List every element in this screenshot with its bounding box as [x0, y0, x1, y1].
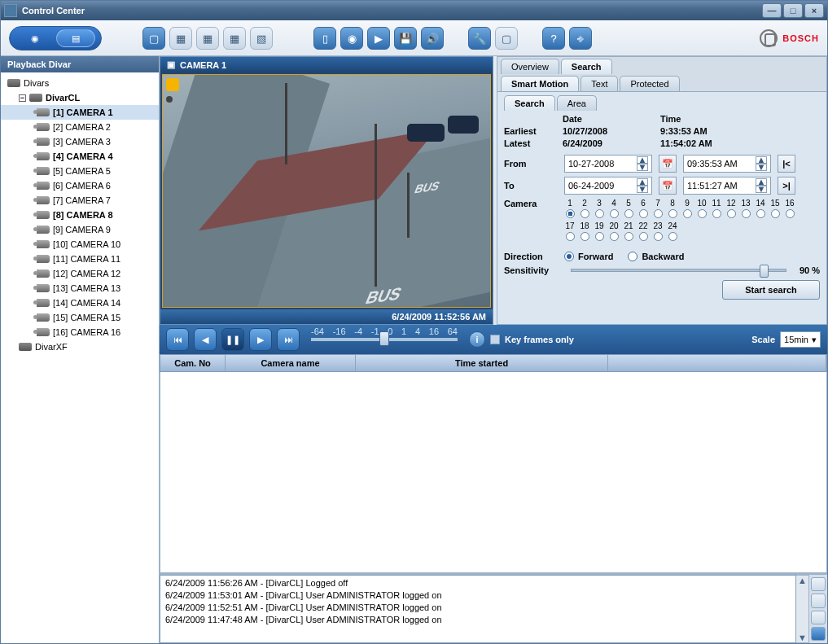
from-date-input[interactable]: 10-27-2008 ▲▼ — [564, 155, 652, 173]
tree-camera-item[interactable]: [12] CAMERA 12 — [1, 266, 159, 281]
scale-select[interactable]: 15min ▾ — [780, 331, 821, 348]
layout-2x2-button[interactable]: ▦ — [169, 27, 192, 50]
tree-device-divarxf[interactable]: DivarXF — [1, 340, 159, 354]
camera-radio[interactable] — [624, 232, 633, 241]
tree-device-divarcl[interactable]: − DivarCL — [1, 90, 159, 105]
settings-button[interactable]: 🔧 — [468, 27, 491, 50]
log-scrollbar[interactable]: ▲▼ — [796, 575, 809, 643]
tab-protected[interactable]: Protected — [620, 76, 679, 91]
tree-camera-item[interactable]: [9] CAMERA 9 — [1, 222, 159, 237]
tab-smart-motion[interactable]: Smart Motion — [501, 76, 579, 91]
log-filter-motion-button[interactable] — [811, 594, 826, 607]
col-cam-no[interactable]: Cam. No — [160, 355, 226, 371]
tree-camera-item[interactable]: [15] CAMERA 15 — [1, 310, 159, 325]
tab-text[interactable]: Text — [580, 76, 618, 91]
camera-radio[interactable] — [654, 232, 663, 241]
tree-camera-item[interactable]: [16] CAMERA 16 — [1, 325, 159, 340]
tree-camera-item[interactable]: [8] CAMERA 8 — [1, 208, 159, 222]
playback-mode-icon[interactable]: ▤ — [56, 29, 95, 47]
camera-radio[interactable] — [698, 209, 707, 218]
tab-search[interactable]: Search — [561, 59, 612, 74]
help-button[interactable]: ? — [542, 27, 565, 50]
subtab-area[interactable]: Area — [557, 95, 597, 111]
from-calendar-button[interactable]: 📅 — [659, 155, 677, 173]
camera-radio[interactable] — [639, 232, 648, 241]
camera-radio[interactable] — [771, 209, 780, 218]
camera-radio[interactable] — [595, 209, 604, 218]
tree-camera-item[interactable]: [1] CAMERA 1 — [1, 105, 159, 120]
tree-root[interactable]: Divars — [1, 76, 159, 90]
monitor-button[interactable]: ▢ — [495, 27, 518, 50]
camera-radio[interactable] — [756, 209, 765, 218]
camera-radio[interactable] — [712, 209, 721, 218]
results-table-body[interactable] — [160, 372, 827, 573]
pause-button[interactable]: ❚❚ — [221, 328, 244, 351]
tree-camera-item[interactable]: [3] CAMERA 3 — [1, 134, 159, 149]
to-calendar-button[interactable]: 📅 — [659, 177, 677, 195]
camera-radio[interactable] — [610, 232, 619, 241]
minimize-button[interactable]: — — [762, 3, 782, 18]
play-export-button[interactable]: ▶ — [367, 27, 390, 50]
camera-radio[interactable] — [786, 209, 795, 218]
tree-camera-item[interactable]: [6] CAMERA 6 — [1, 178, 159, 193]
camera-radio[interactable] — [566, 209, 575, 218]
camera-radio[interactable] — [580, 209, 589, 218]
layout-multi-button[interactable]: ▧ — [250, 27, 273, 50]
snapshot-button[interactable]: ◉ — [340, 27, 363, 50]
camera-radio[interactable] — [566, 232, 575, 241]
tree-camera-item[interactable]: [7] CAMERA 7 — [1, 193, 159, 208]
tree-camera-item[interactable]: [13] CAMERA 13 — [1, 281, 159, 296]
step-forward-button[interactable]: ⏭ — [277, 328, 300, 351]
layout-3x3-button[interactable]: ▦ — [196, 27, 219, 50]
log-filter-system-button[interactable] — [811, 627, 826, 641]
keyframes-checkbox[interactable] — [490, 335, 500, 344]
camera-radio[interactable] — [742, 209, 751, 218]
step-back-button[interactable]: ⏮ — [166, 328, 189, 351]
tree-camera-item[interactable]: [5] CAMERA 5 — [1, 164, 159, 178]
camera-radio[interactable] — [624, 209, 633, 218]
audio-button[interactable]: 🔊 — [421, 27, 444, 50]
expand-icon[interactable]: ▣ — [167, 59, 175, 70]
close-button[interactable]: × — [804, 3, 824, 18]
camera-radio[interactable] — [683, 209, 692, 218]
camera-radio[interactable] — [595, 232, 604, 241]
tab-overview[interactable]: Overview — [501, 59, 559, 74]
to-date-input[interactable]: 06-24-2009 ▲▼ — [564, 177, 652, 195]
camera-radio[interactable] — [654, 209, 663, 218]
save-button[interactable]: 💾 — [394, 27, 417, 50]
tree-camera-item[interactable]: [14] CAMERA 14 — [1, 296, 159, 310]
from-go-button[interactable]: |< — [778, 155, 795, 173]
subtab-search[interactable]: Search — [504, 95, 555, 111]
device-button[interactable]: ▯ — [313, 27, 336, 50]
camera-radio[interactable] — [610, 209, 619, 218]
live-mode-icon[interactable]: ◉ — [15, 29, 55, 47]
tree-camera-item[interactable]: [2] CAMERA 2 — [1, 120, 159, 134]
logout-button[interactable]: ⎆ — [569, 27, 592, 50]
info-button[interactable]: i — [469, 331, 485, 348]
direction-backward-option[interactable]: Backward — [628, 252, 684, 261]
collapse-icon[interactable]: − — [19, 94, 26, 102]
speed-slider[interactable]: -64-16-4-10141664 — [311, 338, 458, 341]
log-text[interactable]: 6/24/2009 11:56:26 AM - [DivarCL] Logged… — [160, 575, 796, 643]
tree-camera-item[interactable]: [11] CAMERA 11 — [1, 252, 159, 266]
layout-4x4-button[interactable]: ▦ — [223, 27, 246, 50]
camera-radio[interactable] — [580, 232, 589, 241]
play-button[interactable]: ▶ — [249, 328, 272, 351]
video-frame[interactable]: BUS BUS — [162, 74, 491, 308]
rewind-button[interactable]: ◀ — [194, 328, 217, 351]
camera-radio[interactable] — [727, 209, 736, 218]
log-filter-error-button[interactable] — [811, 611, 826, 624]
direction-forward-option[interactable]: Forward — [564, 252, 613, 261]
to-go-button[interactable]: >| — [778, 177, 795, 195]
camera-radio[interactable] — [668, 232, 677, 241]
camera-radio[interactable] — [668, 209, 677, 218]
tree-camera-item[interactable]: [10] CAMERA 10 — [1, 237, 159, 252]
maximize-button[interactable]: □ — [783, 3, 803, 18]
tree-camera-item[interactable]: [4] CAMERA 4 — [1, 149, 159, 164]
slider-thumb-icon[interactable] — [379, 331, 389, 346]
from-time-input[interactable]: 09:35:53 AM ▲▼ — [683, 155, 771, 173]
log-filter-alarm-button[interactable] — [811, 577, 826, 591]
spin-down-icon[interactable]: ▼ — [637, 164, 648, 171]
col-time-started[interactable]: Time started — [356, 355, 608, 371]
layout-single-button[interactable]: ▢ — [142, 27, 165, 50]
